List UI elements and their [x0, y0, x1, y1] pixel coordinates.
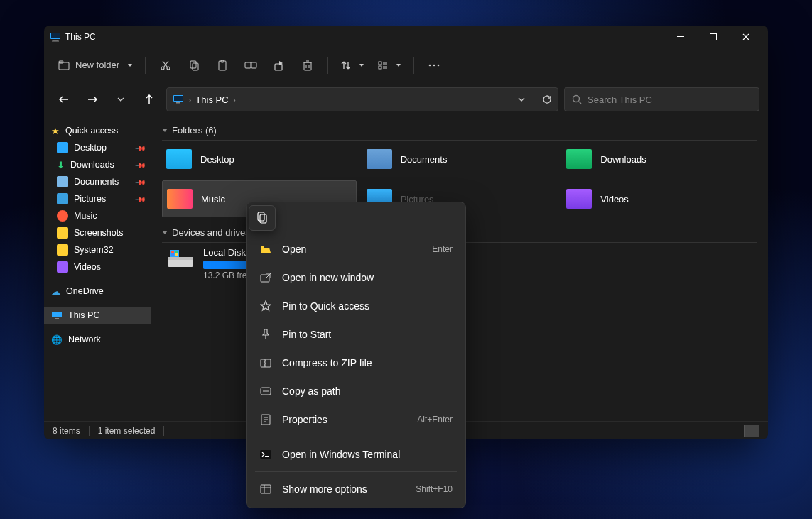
more-options-icon — [259, 483, 272, 496]
download-icon: ⬇ — [57, 160, 65, 170]
ctx-label: Open in Windows Terminal — [282, 449, 400, 460]
maximize-button[interactable] — [697, 26, 730, 48]
up-button[interactable] — [138, 88, 161, 111]
videos-folder-icon — [566, 189, 592, 209]
sidebar-this-pc[interactable]: This PC — [44, 307, 151, 324]
copy-icon — [188, 60, 200, 71]
share-button[interactable] — [266, 53, 292, 78]
sidebar-network[interactable]: 🌐Network — [44, 331, 151, 348]
music-icon — [57, 210, 68, 222]
ctx-label: Copy as path — [282, 386, 341, 397]
svg-rect-19 — [379, 66, 381, 69]
folder-downloads[interactable]: Downloads — [562, 141, 757, 177]
svg-rect-42 — [261, 485, 271, 493]
search-icon — [572, 94, 582, 104]
folder-videos[interactable]: Videos — [562, 180, 757, 217]
folder-desktop[interactable]: Desktop — [162, 141, 357, 177]
ctx-label: Show more options — [282, 484, 367, 495]
ctx-pin-quick-access[interactable]: Pin to Quick access — [251, 292, 461, 320]
picture-icon — [57, 193, 68, 204]
this-pc-icon — [173, 94, 184, 104]
ctx-properties[interactable]: Properties Alt+Enter — [251, 405, 461, 434]
ctx-pin-start[interactable]: Pin to Start — [251, 320, 461, 349]
svg-rect-33 — [175, 251, 178, 253]
sidebar-onedrive[interactable]: ☁OneDrive — [44, 283, 151, 300]
new-folder-label: New folder — [75, 60, 119, 70]
sidebar-quick-access[interactable]: ★ Quick access — [44, 122, 151, 139]
back-button[interactable] — [53, 88, 75, 111]
svg-rect-3 — [52, 41, 59, 42]
svg-rect-14 — [245, 62, 251, 68]
ctx-compress-zip[interactable]: Compress to ZIP file — [251, 349, 461, 377]
folder-icon — [57, 227, 68, 239]
svg-rect-43 — [258, 212, 264, 221]
folder-documents[interactable]: Documents — [362, 141, 557, 177]
sidebar-item-label: This PC — [68, 310, 99, 320]
star-outline-icon — [259, 300, 272, 312]
sidebar-item-screenshots[interactable]: Screenshots — [44, 224, 151, 241]
this-pc-icon — [50, 32, 61, 42]
terminal-icon — [259, 448, 272, 461]
sidebar-item-downloads[interactable]: ⬇Downloads📌 — [44, 156, 151, 173]
sidebar-item-videos[interactable]: Videos — [44, 258, 151, 275]
ctx-copy-path[interactable]: Copy as path — [251, 377, 461, 405]
rename-button[interactable] — [238, 53, 264, 78]
ctx-separator — [255, 437, 457, 437]
svg-rect-34 — [171, 253, 174, 256]
star-icon: ★ — [51, 126, 60, 136]
properties-icon — [259, 413, 272, 426]
cloud-icon: ☁ — [51, 286, 60, 297]
svg-point-9 — [167, 67, 170, 70]
sidebar-item-music[interactable]: Music — [44, 207, 151, 224]
svg-rect-10 — [190, 61, 196, 68]
close-button[interactable] — [730, 26, 762, 48]
ctx-open[interactable]: Open Enter — [251, 235, 461, 263]
sidebar-item-label: Pictures — [74, 194, 106, 204]
new-folder-icon — [58, 60, 70, 70]
ctx-show-more[interactable]: Show more options Shift+F10 — [251, 475, 461, 503]
address-dropdown-button[interactable] — [518, 97, 525, 102]
refresh-button[interactable] — [542, 94, 552, 104]
svg-point-22 — [438, 64, 440, 66]
desktop-icon — [57, 142, 68, 153]
sidebar-item-pictures[interactable]: Pictures📌 — [44, 190, 151, 207]
sidebar-item-desktop[interactable]: Desktop📌 — [44, 139, 151, 156]
address-crumb-root[interactable]: › This PC › — [173, 94, 236, 105]
cut-icon — [160, 60, 171, 71]
svg-rect-11 — [193, 63, 198, 70]
sort-button[interactable] — [335, 53, 369, 78]
ctx-open-new-window[interactable]: Open in new window — [251, 263, 461, 292]
forward-button[interactable] — [81, 88, 104, 111]
address-bar[interactable]: › This PC › — [166, 87, 558, 111]
delete-button[interactable] — [295, 53, 320, 78]
more-button[interactable] — [421, 53, 447, 78]
sidebar-item-system32[interactable]: System32 — [44, 241, 151, 258]
sidebar-quick-access-label: Quick access — [65, 126, 118, 136]
downloads-folder-icon — [566, 149, 592, 169]
pin-icon — [259, 328, 272, 341]
cut-button[interactable] — [153, 53, 178, 78]
ctx-open-terminal[interactable]: Open in Windows Terminal — [251, 440, 461, 469]
copy-button[interactable] — [181, 53, 207, 78]
titlebar: This PC — [44, 26, 768, 48]
minimize-button[interactable] — [664, 26, 697, 48]
status-selected-count: 1 item selected — [98, 426, 156, 436]
group-header-folders[interactable]: Folders (6) — [162, 125, 757, 136]
svg-point-8 — [161, 67, 164, 70]
copy-icon[interactable] — [256, 212, 268, 224]
recent-locations-button[interactable] — [109, 88, 132, 111]
sidebar: ★ Quick access Desktop📌 ⬇Downloads📌 Docu… — [44, 116, 151, 421]
paste-button[interactable] — [210, 53, 235, 78]
svg-rect-30 — [168, 257, 193, 260]
view-tiles-button[interactable] — [744, 425, 759, 437]
network-icon: 🌐 — [51, 334, 63, 345]
view-button[interactable] — [372, 53, 406, 78]
chevron-right-icon: › — [233, 94, 236, 105]
svg-point-20 — [429, 64, 431, 66]
new-folder-button[interactable]: New folder — [53, 53, 138, 78]
copy-path-icon — [259, 385, 272, 398]
sidebar-item-label: Documents — [74, 177, 119, 187]
search-input[interactable]: Search This PC — [564, 87, 759, 111]
view-details-button[interactable] — [727, 425, 742, 437]
sidebar-item-documents[interactable]: Documents📌 — [44, 173, 151, 190]
